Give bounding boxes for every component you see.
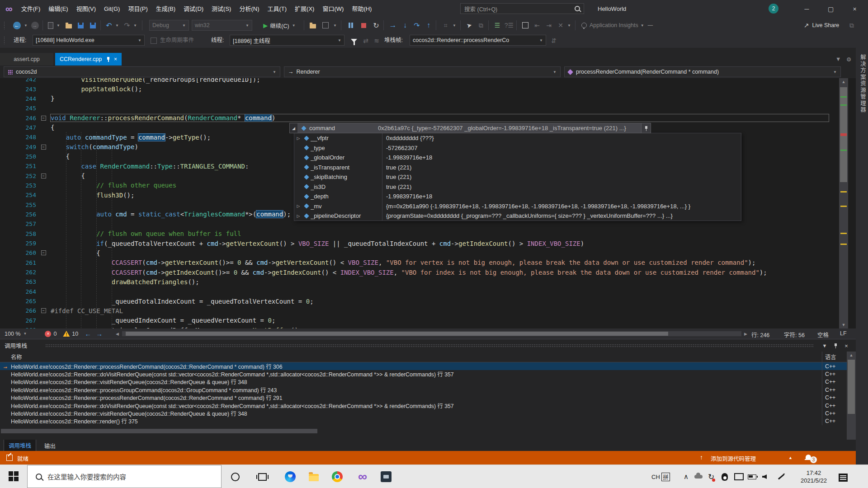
code-line[interactable]: 258 // flush own queue when buffer is fu… — [0, 229, 856, 239]
callstack-title-bar[interactable]: 调用堆栈 ▼ × — [0, 339, 856, 352]
fold-marker[interactable] — [40, 145, 47, 150]
visual-studio-taskbar-icon[interactable]: ∞ — [357, 471, 368, 483]
code-line[interactable]: 260 { — [0, 248, 856, 258]
datatip-member-row[interactable]: _is3Dtrue (221) — [294, 182, 741, 192]
next-issue-button[interactable]: → — [96, 330, 103, 338]
hscroll-thumb[interactable] — [126, 332, 668, 336]
callstack-scroll-thumb[interactable] — [848, 360, 855, 414]
callstack-frame-row[interactable]: HelloWorld.exe!cocos2d::Renderer::render… — [0, 418, 847, 425]
fold-marker[interactable] — [40, 308, 47, 313]
panel-tab-output[interactable]: 输出 — [40, 440, 60, 451]
break-all-button[interactable] — [345, 18, 356, 33]
history-dropdown[interactable]: ▼ — [566, 18, 571, 33]
pin-tab-icon[interactable] — [106, 56, 110, 62]
expand-arrow-icon[interactable]: ▷ — [294, 214, 302, 218]
callstack-hscroll-thumb[interactable] — [1, 429, 317, 433]
code-line[interactable]: 246void Renderer::processRenderCommand(R… — [0, 113, 856, 122]
action-center-icon[interactable] — [837, 472, 849, 483]
spaces-indicator[interactable]: 空格 — [817, 330, 829, 339]
type-combo[interactable]: → Renderer▼ — [284, 66, 561, 77]
flag-threads-icon[interactable]: ⇄ — [361, 33, 371, 48]
error-count[interactable]: ×0 — [45, 331, 57, 337]
battery-icon[interactable] — [748, 465, 756, 488]
editor-horizontal-scrollbar[interactable] — [122, 331, 741, 336]
menu-item[interactable]: 视图(V) — [72, 0, 100, 18]
code-line[interactable]: 267 _queuedIndexCount = _queuedVertexCou… — [0, 316, 856, 325]
redo-dropdown[interactable]: ▼ — [132, 18, 137, 33]
onedrive-cloud-icon[interactable] — [694, 465, 703, 488]
edge-icon[interactable] — [284, 471, 296, 483]
start-button[interactable] — [9, 471, 19, 481]
zoom-combo[interactable]: 100 %▼ — [5, 331, 27, 337]
language-column-header[interactable]: 语言 — [822, 352, 847, 362]
code-line[interactable]: 259 if(_queuedTotalVertexCount + cmd->ge… — [0, 239, 856, 248]
menu-item[interactable]: 分析(N) — [235, 0, 263, 18]
live-share-button[interactable]: ↗ Live Share — [788, 18, 855, 33]
datatip-member-row[interactable]: ▷_pipelineDescriptor{programState=0xdddd… — [294, 211, 741, 221]
menu-item[interactable]: 帮助(H) — [348, 0, 376, 18]
eol-indicator[interactable]: LF — [840, 330, 847, 337]
code-line[interactable]: 244} — [0, 94, 856, 103]
filter-threads-icon[interactable] — [349, 33, 359, 48]
code-line[interactable]: 263 drawBatchedTriangles(); — [0, 277, 856, 286]
stackframe-combo[interactable]: cocos2d::Renderer::processRenderCo▼ — [410, 35, 546, 46]
editor-vertical-scrollbar[interactable]: ▲ ▼ — [839, 78, 848, 328]
datatip-member-row[interactable]: _depth-1.99839716e+18 — [294, 192, 741, 202]
menu-item[interactable]: 工具(T) — [264, 0, 291, 18]
taskbar-search-box[interactable]: 在这里输入你要搜索的内容 — [27, 465, 222, 488]
datatip-member-row[interactable]: _globalOrder-1.99839716e+18 — [294, 153, 741, 163]
callstack-scrollbar[interactable]: ▲ — [847, 352, 856, 440]
prev-issue-button[interactable]: ← — [85, 330, 91, 338]
project-combo[interactable]: cocos2d▼ — [4, 66, 280, 77]
cortana-icon[interactable] — [229, 471, 241, 483]
menu-item[interactable]: 调试(D) — [179, 0, 208, 18]
code-map-dropdown[interactable]: ▼ — [451, 18, 457, 33]
navigate-back-dropdown[interactable]: ▼ — [23, 18, 28, 33]
code-line[interactable]: 261 CCASSERT(cmd->getVertexCount()>= 0 &… — [0, 258, 856, 267]
redo-button[interactable]: ↷ — [122, 18, 132, 33]
step-over-button[interactable]: ↷ — [411, 18, 422, 33]
undo-dropdown[interactable]: ▼ — [114, 18, 119, 33]
code-map-icon[interactable]: ⌗ — [440, 18, 451, 33]
callstack-frame-row[interactable]: HelloWorld.exe!cocos2d::Renderer::proces… — [0, 394, 847, 402]
suspend-threads-icon[interactable]: ≋ — [372, 33, 382, 48]
callstack-frame-row[interactable]: HelloWorld.exe!cocos2d::Renderer::doVisi… — [0, 370, 847, 378]
task-list-icon[interactable]: ☰ — [492, 18, 503, 33]
scroll-up-arrow[interactable]: ▲ — [839, 78, 848, 85]
frame-nav-icon[interactable]: ⇵ — [549, 33, 559, 48]
network-display-icon[interactable] — [734, 465, 744, 488]
code-line[interactable]: 265 _queuedTotalIndexCount = _queuedTota… — [0, 296, 856, 306]
step-out-button[interactable]: ↑ — [423, 18, 434, 33]
restart-button[interactable]: ↻ — [371, 18, 382, 33]
source-control-dropdown[interactable]: ▲ — [788, 455, 793, 460]
panel-tab-callstack[interactable]: 调用堆栈 — [4, 440, 36, 451]
output-dropdown[interactable]: ▼ — [332, 18, 337, 33]
code-line[interactable]: 262 CCASSERT(cmd->getIndexCount()>= 0 &&… — [0, 267, 856, 277]
datatip-member-row[interactable]: _type-572662307 — [294, 143, 741, 153]
sync-icon[interactable]: ↻ — [708, 465, 714, 488]
menu-item[interactable]: Git(G) — [100, 0, 124, 18]
menu-item[interactable]: 测试(S) — [208, 0, 235, 18]
datatip-member-row[interactable]: ▷_mv{m=0x2b61a990 {-1.99839716e+18, -1.9… — [294, 202, 741, 211]
solution-config-combo[interactable]: Debug▼ — [149, 20, 189, 31]
pen-icon[interactable] — [778, 465, 784, 488]
datatip-member-row[interactable]: _skipBatchingtrue (221) — [294, 172, 741, 182]
ime-mode-indicator[interactable]: 拼 — [661, 465, 670, 488]
taskbar-clock[interactable]: 17:42 2021/5/22 — [795, 469, 833, 484]
callstack-frame-row[interactable]: HelloWorld.exe!cocos2d::Renderer::doVisi… — [0, 402, 847, 409]
step-back-icon[interactable]: ⇤ — [532, 18, 542, 33]
ime-language-indicator[interactable]: CH — [651, 465, 660, 488]
callstack-frame-row[interactable]: →HelloWorld.exe!cocos2d::Renderer::proce… — [0, 362, 847, 370]
save-all-button[interactable] — [87, 18, 99, 33]
task-view-icon[interactable] — [256, 471, 268, 483]
tab-options-icon[interactable]: ⚙ — [842, 53, 856, 66]
add-to-source-control-button[interactable]: 添加到源代码管理 — [711, 454, 756, 463]
code-line[interactable]: 242 visitRenderQueue(_renderGroups[rende… — [0, 78, 856, 84]
bell-badge[interactable]: 3 — [810, 456, 817, 463]
qq-icon[interactable] — [722, 465, 728, 488]
process-combo[interactable]: [10688] HelloWorld.exe▼ — [33, 35, 145, 46]
volume-icon[interactable] — [762, 465, 767, 488]
scroll-down-arrow[interactable]: ▼ — [839, 321, 848, 328]
clipboard-icon[interactable]: ⧉ — [476, 18, 486, 33]
step-fwd-icon[interactable]: ⇥ — [543, 18, 554, 33]
